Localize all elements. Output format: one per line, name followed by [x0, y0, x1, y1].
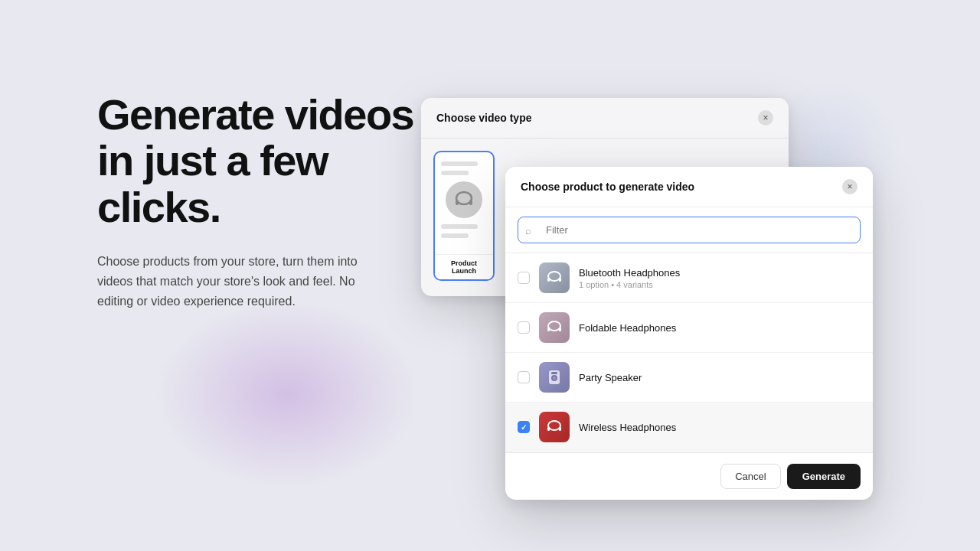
foldable-headphones-icon: [544, 317, 565, 338]
modal-footer: Cancel Generate: [505, 452, 873, 500]
modal-video-type-title: Choose video type: [436, 112, 531, 124]
card-line-3: [441, 224, 478, 229]
product-name-2: Foldable Headphones: [579, 322, 861, 334]
card-line-1: [441, 161, 478, 166]
product-checkbox-1[interactable]: [518, 272, 530, 284]
product-checkbox-2[interactable]: [518, 321, 530, 334]
bg-decoration-purple: [153, 298, 421, 490]
left-panel: Generate videos in just a few clicks. Ch…: [97, 92, 419, 311]
product-list: Bluetooth Headphones 1 option • 4 varian…: [505, 253, 873, 452]
svg-rect-8: [559, 328, 561, 331]
generate-button[interactable]: Generate: [787, 464, 861, 489]
svg-rect-4: [547, 278, 550, 282]
product-meta-1: 1 option • 4 variants: [579, 280, 861, 289]
svg-rect-7: [547, 328, 550, 331]
party-speaker-icon: [544, 367, 565, 388]
svg-point-11: [553, 377, 556, 380]
svg-rect-12: [551, 372, 557, 374]
modal-product-header: Choose product to generate video ×: [505, 167, 873, 207]
product-info-1: Bluetooth Headphones 1 option • 4 varian…: [579, 267, 861, 289]
modal-product: Choose product to generate video × ⌕: [505, 167, 873, 500]
modal-video-type-close-button[interactable]: ×: [758, 110, 773, 126]
svg-point-3: [548, 272, 560, 281]
svg-point-6: [548, 321, 560, 331]
svg-point-13: [548, 421, 560, 430]
modal-product-title: Choose product to generate video: [521, 181, 694, 193]
product-name-1: Bluetooth Headphones: [579, 267, 861, 279]
card-line-2: [441, 171, 469, 175]
product-name-4: Wireless Headphones: [579, 422, 861, 433]
list-item[interactable]: Wireless Headphones: [505, 403, 873, 452]
svg-rect-1: [456, 200, 459, 205]
product-thumb-1: [539, 262, 570, 293]
modal-product-close-button[interactable]: ×: [842, 179, 858, 194]
list-item[interactable]: Party Speaker: [505, 353, 873, 403]
product-info-2: Foldable Headphones: [579, 322, 861, 334]
svg-rect-15: [559, 427, 561, 431]
card-label: Product Launch: [435, 254, 493, 279]
search-bar: ⌕: [518, 217, 861, 243]
list-item[interactable]: Bluetooth Headphones 1 option • 4 varian…: [505, 253, 873, 303]
product-list-scroll: Bluetooth Headphones 1 option • 4 varian…: [505, 253, 873, 452]
list-item[interactable]: Foldable Headphones: [505, 303, 873, 353]
card-content: [435, 152, 493, 252]
product-checkbox-4[interactable]: [518, 421, 530, 433]
bluetooth-headphones-icon: [544, 267, 565, 289]
svg-rect-5: [559, 278, 561, 282]
headline: Generate videos in just a few clicks.: [97, 92, 419, 230]
product-thumb-4: [539, 412, 570, 442]
subtext: Choose products from your store, turn th…: [97, 252, 358, 311]
modal-video-type-header: Choose video type ×: [421, 98, 789, 139]
wireless-headphones-icon: [544, 416, 565, 438]
search-icon: ⌕: [525, 224, 531, 236]
product-info-3: Party Speaker: [579, 372, 861, 383]
svg-rect-2: [469, 200, 472, 205]
headphones-icon: [450, 186, 478, 214]
card-image: [446, 181, 482, 218]
search-input[interactable]: [518, 217, 861, 243]
product-checkbox-3[interactable]: [518, 371, 530, 383]
cancel-button[interactable]: Cancel: [720, 464, 780, 489]
product-thumb-2: [539, 312, 570, 343]
right-panel: Choose video type ×: [421, 98, 804, 404]
video-type-card-product-launch[interactable]: Product Launch: [433, 151, 495, 281]
product-name-3: Party Speaker: [579, 372, 861, 383]
card-line-4: [441, 233, 469, 238]
product-thumb-3: [539, 362, 570, 393]
product-info-4: Wireless Headphones: [579, 422, 861, 433]
svg-rect-14: [547, 427, 550, 431]
